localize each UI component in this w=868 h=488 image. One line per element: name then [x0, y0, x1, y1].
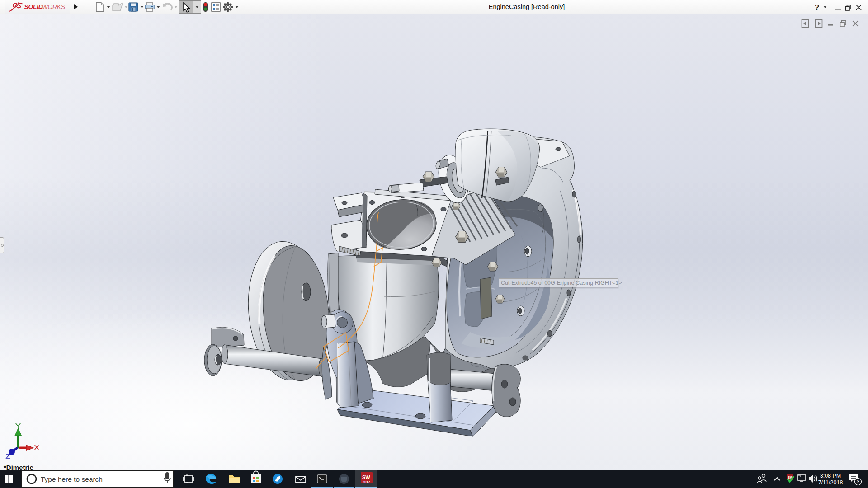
svg-text:2017: 2017	[363, 480, 370, 484]
svg-text:3:08 PM: 3:08 PM	[820, 473, 841, 479]
svg-text:?: ?	[815, 3, 819, 12]
svg-text:Type here to search: Type here to search	[41, 475, 103, 483]
svg-text:3: 3	[857, 479, 859, 484]
svg-text:WORKS: WORKS	[42, 3, 66, 10]
svg-text:7/11/2018: 7/11/2018	[818, 479, 843, 486]
svg-text:SOLID: SOLID	[24, 3, 42, 10]
svg-text:SW: SW	[362, 474, 370, 480]
